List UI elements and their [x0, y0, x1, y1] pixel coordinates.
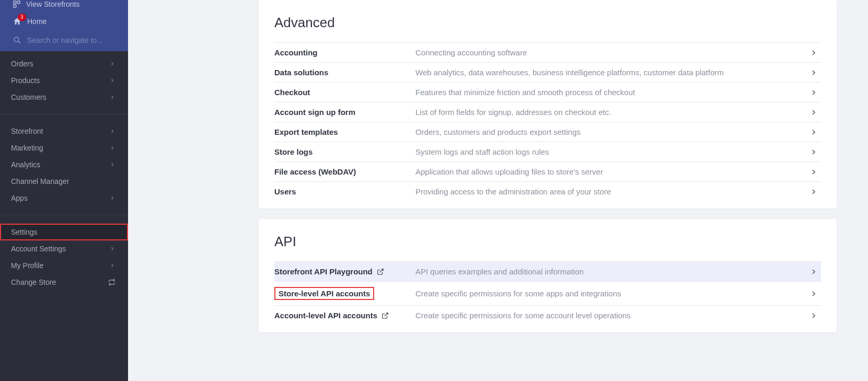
- sidebar-item-settings[interactable]: Settings: [0, 224, 128, 240]
- row-description: Orders, customers and products export se…: [415, 128, 806, 136]
- chevron-right-icon: [109, 161, 115, 168]
- sidebar-item-label: Orders: [11, 60, 33, 68]
- row-label: Checkout: [274, 88, 415, 97]
- svg-rect-0: [14, 1, 16, 4]
- api-heading: API: [274, 219, 821, 261]
- advanced-heading: Advanced: [274, 0, 821, 42]
- row-description: Web analytics, data warehouses, business…: [415, 68, 806, 77]
- view-storefronts-label: View Storefronts: [26, 0, 79, 8]
- svg-line-4: [18, 41, 20, 43]
- row-description: List of form fields for signup, addresse…: [415, 108, 806, 117]
- settings-row[interactable]: Account sign up formList of form fields …: [274, 102, 821, 122]
- settings-row[interactable]: UsersProviding access to the administrat…: [274, 181, 821, 201]
- sidebar-item-orders[interactable]: Orders: [0, 55, 128, 72]
- settings-row[interactable]: AccountingConnecting accounting software: [274, 42, 821, 62]
- sidebar-item-storefront[interactable]: Storefront: [0, 123, 128, 140]
- chevron-right-icon: [806, 49, 821, 57]
- divider: [0, 215, 128, 215]
- home-label: Home: [27, 17, 47, 26]
- advanced-card: Advanced AccountingConnecting accounting…: [259, 0, 837, 209]
- sidebar-item-label: Products: [11, 76, 40, 85]
- chevron-right-icon: [806, 188, 821, 196]
- sidebar-item-customers[interactable]: Customers: [0, 89, 128, 106]
- main-content: Advanced AccountingConnecting accounting…: [128, 0, 868, 381]
- svg-line-6: [385, 313, 388, 316]
- row-label: Account-level API accounts: [274, 311, 415, 320]
- home-link[interactable]: 3 Home: [0, 13, 128, 30]
- nav-group-1: OrdersProductsCustomers: [0, 51, 128, 110]
- settings-row[interactable]: Store-level API accountsCreate specific …: [274, 281, 821, 305]
- storefront-icon: [13, 0, 21, 8]
- row-description: Create specific permissions for some acc…: [415, 311, 806, 320]
- sidebar-item-products[interactable]: Products: [0, 72, 128, 89]
- chevron-right-icon: [109, 61, 115, 67]
- sidebar-item-apps[interactable]: Apps: [0, 190, 128, 206]
- chevron-right-icon: [806, 108, 821, 117]
- notification-badge: 3: [18, 14, 26, 21]
- chevron-right-icon: [109, 128, 115, 134]
- settings-row[interactable]: Storefront API PlaygroundAPI queries exa…: [274, 261, 821, 281]
- search-input[interactable]: [27, 36, 115, 44]
- sidebar-item-my-profile[interactable]: My Profile: [0, 257, 128, 274]
- chevron-right-icon: [109, 195, 115, 201]
- settings-row[interactable]: CheckoutFeatures that minimize friction …: [274, 82, 821, 102]
- row-label: File access (WebDAV): [274, 167, 415, 176]
- sidebar-item-label: Customers: [11, 93, 47, 101]
- divider: [0, 114, 128, 114]
- settings-row[interactable]: Data solutionsWeb analytics, data wareho…: [274, 62, 821, 82]
- settings-row[interactable]: Store logsSystem logs and staff action l…: [274, 142, 821, 161]
- chevron-right-icon: [109, 262, 115, 269]
- chevron-right-icon: [806, 88, 821, 97]
- nav-group-3: SettingsAccount SettingsMy ProfileChange…: [0, 220, 128, 295]
- sidebar-item-account-settings[interactable]: Account Settings: [0, 240, 128, 257]
- chevron-right-icon: [806, 311, 821, 320]
- sidebar-item-label: Settings: [11, 228, 38, 236]
- sidebar-item-label: Apps: [11, 194, 28, 202]
- sidebar-header: View Storefronts 3 Home: [0, 0, 128, 51]
- row-label: Store-level API accounts: [274, 287, 415, 300]
- sidebar: View Storefronts 3 Home OrdersProductsCu…: [0, 0, 128, 381]
- row-label: Accounting: [274, 48, 415, 57]
- chevron-right-icon: [109, 246, 115, 252]
- home-icon: 3: [13, 17, 22, 26]
- svg-line-5: [380, 269, 383, 272]
- row-label: Store logs: [274, 147, 415, 156]
- sidebar-item-analytics[interactable]: Analytics: [0, 156, 128, 173]
- api-card: API Storefront API PlaygroundAPI queries…: [259, 219, 837, 332]
- sidebar-item-label: Change Store: [11, 278, 56, 286]
- row-description: System logs and staff action logs rules: [415, 147, 806, 156]
- chevron-right-icon: [806, 128, 821, 136]
- nav-group-2: StorefrontMarketingAnalyticsChannel Mana…: [0, 119, 128, 211]
- sidebar-item-label: Channel Manager: [11, 177, 69, 186]
- row-description: Application that allows uploading files …: [415, 167, 806, 176]
- settings-row[interactable]: File access (WebDAV)Application that all…: [274, 161, 821, 181]
- search-row: [0, 30, 128, 51]
- svg-point-3: [14, 37, 19, 42]
- settings-row[interactable]: Account-level API accountsCreate specifi…: [274, 305, 821, 325]
- row-description: Create specific permissions for some app…: [415, 289, 806, 298]
- view-storefronts-link[interactable]: View Storefronts: [0, 0, 128, 13]
- row-label: Storefront API Playground: [274, 267, 415, 276]
- sidebar-item-channel-manager[interactable]: Channel Manager: [0, 173, 128, 190]
- chevron-right-icon: [806, 290, 821, 298]
- chevron-right-icon: [109, 94, 115, 100]
- sidebar-item-label: Analytics: [11, 160, 40, 169]
- sidebar-item-label: Storefront: [11, 127, 43, 135]
- chevron-right-icon: [109, 145, 115, 151]
- search-icon: [13, 36, 22, 45]
- swap-icon: [108, 279, 115, 286]
- chevron-right-icon: [806, 168, 821, 176]
- external-link-icon: [377, 268, 384, 275]
- row-description: Features that minimize friction and smoo…: [415, 88, 806, 97]
- row-description: Connecting accounting software: [415, 48, 806, 57]
- row-label: Export templates: [274, 128, 415, 136]
- sidebar-item-label: My Profile: [11, 261, 43, 270]
- settings-row[interactable]: Export templatesOrders, customers and pr…: [274, 122, 821, 142]
- chevron-right-icon: [806, 148, 821, 156]
- sidebar-item-marketing[interactable]: Marketing: [0, 140, 128, 156]
- chevron-right-icon: [806, 268, 821, 276]
- svg-rect-2: [14, 5, 16, 7]
- sidebar-item-label: Marketing: [11, 144, 43, 152]
- row-label: Account sign up form: [274, 108, 415, 117]
- sidebar-item-change-store[interactable]: Change Store: [0, 274, 128, 291]
